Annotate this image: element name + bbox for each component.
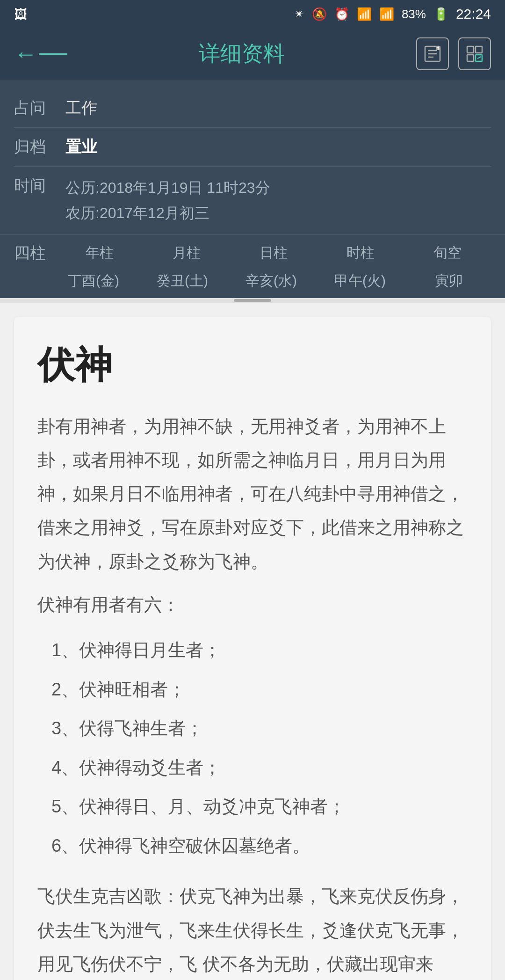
svg-rect-8	[476, 46, 482, 53]
info-row-question: 占问 工作	[14, 89, 491, 128]
month-pillar-label: 月柱	[173, 243, 201, 263]
grid-icon-button[interactable]	[458, 37, 491, 70]
back-line	[39, 53, 67, 55]
card-list: 1、伏神得日月生者； 2、伏神旺相者； 3、伏得飞神生者； 4、伏神得动爻生者；…	[51, 631, 468, 866]
xunkong-ganzhi: 寅卯	[407, 271, 491, 291]
nav-action-icons	[416, 37, 491, 70]
alarm-icon: ⏰	[334, 7, 349, 22]
info-row-archive: 归档 置业	[14, 128, 491, 167]
day-pillar-label: 日柱	[260, 243, 288, 263]
nav-bar: ← 详细资料	[0, 28, 505, 80]
image-icon: 🖼	[14, 7, 27, 22]
svg-line-12	[477, 57, 481, 59]
page-title: 详细资料	[199, 39, 285, 68]
battery-icon: 🔋	[433, 7, 448, 22]
hour-ganzhi: 甲午(火)	[318, 271, 402, 291]
pillars-headers: 年柱 月柱 日柱 时柱 旬空	[56, 243, 491, 263]
svg-rect-9	[467, 55, 474, 61]
status-bar-right: ✴ 🔕 ⏰ 📶 📶 83% 🔋 22:24	[294, 6, 491, 22]
pillars-row: 四柱 年柱 月柱 日柱 时柱 旬空	[0, 234, 505, 271]
content-card: 伏神 卦有用神者，为用神不缺，无用神爻者，为用神不上卦，或者用神不现，如所需之神…	[14, 317, 491, 980]
list-item-2: 2、伏神旺相者；	[51, 670, 468, 709]
grid-icon	[465, 44, 484, 63]
hour-pillar-label: 时柱	[346, 243, 375, 263]
month-ganzhi: 癸丑(土)	[140, 271, 224, 291]
list-item-3: 3、伏得飞神生者；	[51, 709, 468, 748]
status-bar-left: 🖼	[14, 7, 27, 22]
svg-rect-7	[467, 46, 474, 53]
battery-text: 83%	[402, 7, 426, 22]
xunkong-label: 旬空	[433, 243, 462, 263]
back-arrow-icon: ←	[14, 42, 37, 66]
list-item-5: 5、伏神得日、月、动爻冲克飞神者；	[51, 787, 468, 826]
divider-handle	[234, 299, 271, 302]
info-row-time: 时间 公历:2018年1月19日 11时23分 农历:2017年12月初三	[14, 167, 491, 234]
card-title: 伏神	[37, 340, 468, 391]
back-button[interactable]: ←	[14, 42, 67, 66]
archive-label: 归档	[14, 136, 56, 158]
wifi-icon: 📶	[357, 7, 372, 22]
archive-value: 置业	[65, 136, 97, 158]
time-display: 22:24	[456, 6, 491, 22]
solar-date: 公历:2018年1月19日 11时23分	[65, 175, 270, 200]
content-area: 伏神 卦有用神者，为用神不缺，无用神爻者，为用神不上卦，或者用神不现，如所需之神…	[0, 303, 505, 980]
note-icon	[423, 44, 442, 63]
time-label: 时间	[14, 175, 56, 197]
year-pillar-label: 年柱	[86, 243, 114, 263]
divider	[0, 298, 505, 303]
mute-icon: 🔕	[312, 7, 327, 22]
pillars-label: 四柱	[14, 242, 56, 264]
list-item-6: 6、伏神得飞神空破休囚墓绝者。	[51, 826, 468, 866]
info-section: 占问 工作 归档 置业 时间 公历:2018年1月19日 11时23分 农历:2…	[0, 80, 505, 234]
lunar-date: 农历:2017年12月初三	[65, 200, 270, 226]
status-bar: 🖼 ✴ 🔕 ⏰ 📶 📶 83% 🔋 22:24	[0, 0, 505, 28]
day-ganzhi: 辛亥(水)	[229, 271, 313, 291]
year-ganzhi: 丁酉(金)	[51, 271, 136, 291]
signal-icon: 📶	[379, 7, 394, 22]
bluetooth-icon: ✴	[294, 7, 304, 22]
question-value: 工作	[65, 97, 97, 119]
card-paragraph-3: 飞伏生克吉凶歌：伏克飞神为出暴，飞来克伏反伤身，伏去生飞为泄气，飞来生伏得长生，…	[37, 879, 468, 980]
card-body: 卦有用神者，为用神不缺，无用神爻者，为用神不上卦，或者用神不现，如所需之神临月日…	[37, 410, 468, 622]
list-item-1: 1、伏神得日月生者；	[51, 631, 468, 670]
question-label: 占问	[14, 97, 56, 119]
card-paragraph-2: 伏神有用者有六：	[37, 588, 468, 622]
time-values: 公历:2018年1月19日 11时23分 农历:2017年12月初三	[65, 175, 270, 226]
pillars-ganzhi-row: 丁酉(金) 癸丑(土) 辛亥(水) 甲午(火) 寅卯	[0, 271, 505, 298]
card-paragraph-1: 卦有用神者，为用神不缺，无用神爻者，为用神不上卦，或者用神不现，如所需之神临月日…	[37, 410, 468, 578]
card-body-2: 飞伏生克吉凶歌：伏克飞神为出暴，飞来克伏反伤身，伏去生飞为泄气，飞来生伏得长生，…	[37, 879, 468, 980]
list-item-4: 4、伏神得动爻生者；	[51, 748, 468, 788]
note-icon-button[interactable]	[416, 37, 449, 70]
